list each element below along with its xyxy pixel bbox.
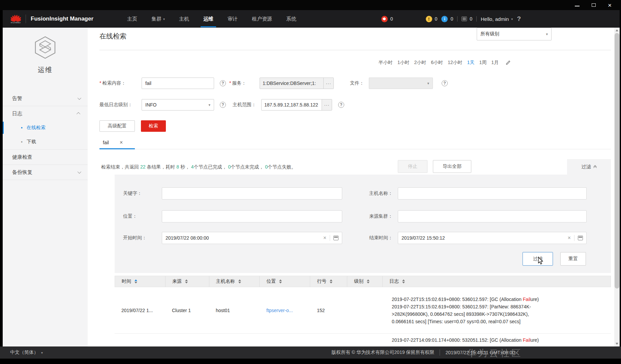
- host-range-help-icon[interactable]: ?: [338, 102, 344, 108]
- column-header-time[interactable]: 时间: [115, 276, 166, 287]
- language-selector[interactable]: 中文（简体） ▾: [10, 350, 43, 356]
- keyword-input[interactable]: [162, 187, 342, 200]
- stop-button[interactable]: 停止: [398, 160, 427, 173]
- sidebar-item-alarm[interactable]: 告警: [3, 91, 88, 105]
- scroll-up-icon[interactable]: [614, 28, 620, 33]
- huawei-logo[interactable]: HUAWEI: [11, 14, 21, 24]
- time-range-12h[interactable]: 12小时: [448, 60, 463, 66]
- major-alarm-count: 0: [435, 16, 438, 22]
- column-header-level[interactable]: 级别: [347, 276, 383, 287]
- source-cluster-input[interactable]: [398, 210, 587, 222]
- keyword-label: 关键字：: [123, 187, 160, 200]
- host-range-field[interactable]: 187.5.89.12,187.5.88.122 ···: [261, 99, 332, 111]
- reset-filter-button[interactable]: 重置: [560, 252, 586, 266]
- result-tab[interactable]: fail ×: [103, 140, 123, 146]
- time-range-1h[interactable]: 1小时: [397, 60, 410, 66]
- service-select[interactable]: 1:DBService:DBServer;1: ···: [260, 78, 334, 89]
- sort-icon[interactable]: [185, 279, 188, 283]
- time-range-6h[interactable]: 6小时: [431, 60, 443, 66]
- major-alarm-indicator[interactable]: ! 0: [426, 16, 438, 22]
- time-range-2h[interactable]: 2小时: [414, 60, 426, 66]
- column-header-log[interactable]: 日志: [383, 276, 611, 287]
- log-level-select[interactable]: INFO ▾: [142, 99, 214, 111]
- host-range-more-button[interactable]: ···: [322, 99, 332, 110]
- column-header-hostname[interactable]: 主机名称: [209, 276, 260, 287]
- nav-host[interactable]: 主机: [179, 16, 189, 22]
- sidebar-item-backup-restore[interactable]: 备份恢复: [3, 165, 88, 179]
- nav-audit[interactable]: 审计: [228, 16, 238, 22]
- column-header-source[interactable]: 来源: [166, 276, 209, 287]
- log-line: >282K(996800K), 0.0664762 secs] 893398K-…: [392, 310, 604, 318]
- clear-end-time-icon[interactable]: ×: [568, 235, 571, 241]
- nav-system[interactable]: 系统: [286, 16, 296, 22]
- nav-tenant[interactable]: 租户资源: [252, 16, 272, 22]
- sort-icon[interactable]: [135, 279, 137, 283]
- critical-alarm-icon: [381, 16, 388, 22]
- chevron-down-icon: ▾: [163, 17, 165, 21]
- column-header-line-no[interactable]: 行号: [310, 276, 347, 287]
- minor-alarm-indicator[interactable]: i 0: [441, 16, 453, 22]
- hostname-input[interactable]: [398, 187, 587, 200]
- nav-cluster[interactable]: 集群▾: [151, 16, 165, 22]
- sort-icon[interactable]: [402, 279, 405, 283]
- close-icon[interactable]: ×: [608, 2, 612, 8]
- time-range-1d[interactable]: 1天: [467, 60, 475, 66]
- time-range-1w[interactable]: 1周: [479, 60, 486, 66]
- time-range-half-hour[interactable]: 半小时: [379, 60, 393, 66]
- search-help-icon[interactable]: ?: [220, 80, 226, 86]
- start-time-label: 开始时间：: [123, 232, 160, 244]
- scroll-down-icon[interactable]: [614, 341, 620, 346]
- file-help-icon[interactable]: ?: [442, 80, 448, 86]
- sort-icon[interactable]: [367, 279, 369, 283]
- cell-log: 2019-07-22T15:15:02.619+0800: 536012.597…: [383, 293, 611, 328]
- filter-toggle[interactable]: 过滤: [567, 159, 611, 175]
- calendar-icon[interactable]: [578, 236, 583, 240]
- search-content-input[interactable]: [142, 78, 214, 89]
- task-indicator[interactable]: 0: [462, 16, 472, 22]
- field-divider: [574, 235, 574, 241]
- edit-time-range-icon[interactable]: [505, 60, 511, 65]
- sort-icon[interactable]: [279, 279, 282, 283]
- end-time-input[interactable]: [402, 235, 564, 241]
- user-greeting: Hello, admin: [481, 16, 509, 22]
- sidebar-item-health-check[interactable]: 健康检查: [3, 150, 88, 164]
- vertical-scrollbar[interactable]: [614, 28, 620, 346]
- nav-home[interactable]: 主页: [127, 16, 137, 22]
- cell-log: 2019-07-22T14:09:01.174+0800: 532051.152…: [383, 334, 611, 346]
- service-more-button[interactable]: ···: [323, 78, 333, 89]
- cell-location-link[interactable]: ftpserver-o...: [260, 308, 310, 313]
- time-range-1m[interactable]: 1月: [491, 60, 499, 66]
- column-header-location[interactable]: 位置: [260, 276, 310, 287]
- sort-icon[interactable]: [330, 279, 332, 283]
- critical-alarm-indicator[interactable]: 0: [381, 16, 393, 22]
- export-all-button[interactable]: 导出全部: [433, 160, 471, 173]
- scrollbar-thumb[interactable]: [615, 33, 619, 289]
- table-row[interactable]: 2019/07/22 1... Cluster 1 host01 ftpserv…: [115, 287, 611, 334]
- advanced-config-button[interactable]: 高级配置: [99, 120, 135, 132]
- sidebar-item-online-search[interactable]: • 在线检索: [3, 121, 88, 135]
- search-button[interactable]: 检索: [141, 120, 166, 132]
- result-count: 22: [140, 164, 146, 170]
- help-icon[interactable]: ?: [517, 15, 521, 23]
- sidebar-item-download[interactable]: • 下载: [3, 135, 88, 149]
- location-input[interactable]: [162, 210, 342, 222]
- search-form-row-2: 最低日志级别： INFO ▾ ? 主机范围： 187.5.89.12,187.5…: [99, 99, 344, 111]
- apply-filter-button[interactable]: 过滤: [523, 252, 553, 266]
- table-row[interactable]: 2019-07-22T14:09:01.174+0800: 532051.152…: [115, 334, 611, 346]
- start-time-input[interactable]: [166, 235, 320, 241]
- footer-divider: [440, 350, 440, 356]
- minimize-icon[interactable]: [575, 6, 580, 6]
- level-filter-select[interactable]: 所有级别 ▾: [477, 28, 552, 40]
- user-menu[interactable]: Hello, admin ▾: [481, 16, 513, 22]
- clear-start-time-icon[interactable]: ×: [323, 235, 326, 241]
- log-level-help-icon[interactable]: ?: [220, 102, 226, 108]
- logo-divider: [26, 14, 26, 23]
- sort-icon[interactable]: [238, 279, 241, 283]
- calendar-icon[interactable]: [333, 236, 338, 240]
- nav-om[interactable]: 运维: [203, 16, 213, 22]
- app-title: FusionInsight Manager: [31, 16, 93, 22]
- sidebar-item-log[interactable]: 日志: [3, 107, 88, 121]
- maximize-icon[interactable]: [592, 3, 596, 7]
- close-tab-icon[interactable]: ×: [120, 140, 123, 146]
- file-select[interactable]: ▾: [369, 78, 433, 89]
